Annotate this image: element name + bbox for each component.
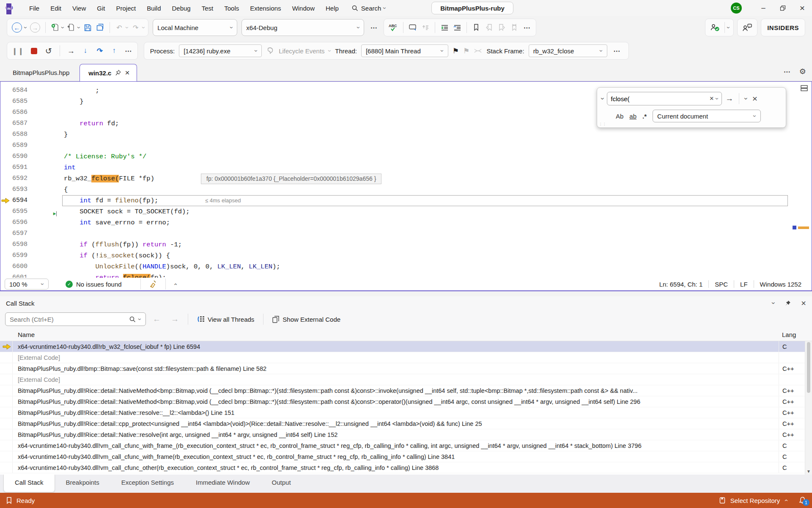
undo-button[interactable]: ↶ [114, 21, 125, 34]
find-scope-dropdown[interactable]: Current document › [653, 110, 761, 122]
selection-margin[interactable] [36, 118, 64, 129]
code-line-6598[interactable]: 6598 if (fflush(fp)) return -1; [0, 239, 812, 250]
chevron-down-icon[interactable]: › [727, 27, 731, 29]
column-lang[interactable]: Lang [779, 331, 805, 338]
eol-mode[interactable]: LF [734, 281, 754, 288]
lifecycle-events-label[interactable]: Lifecycle Events [279, 47, 324, 55]
stack-frame-row[interactable]: x64-vcruntime140-ruby340.dll!rb_w32_fclo… [0, 341, 812, 352]
breakpoint-gutter[interactable] [0, 118, 12, 129]
selection-margin[interactable] [36, 184, 64, 195]
expand-statusbar-chevron-icon[interactable]: › [171, 283, 178, 285]
stack-frame-row[interactable]: BitmapPlusPlus_ruby.dll!Rice::detail::cp… [0, 418, 812, 429]
document-overflow-button[interactable]: ⋯ [784, 68, 791, 76]
breakpoint-gutter[interactable] [0, 206, 12, 217]
pause-button[interactable]: ❙❙ [11, 44, 25, 58]
zoom-dropdown[interactable]: 100 % › [5, 279, 49, 290]
debug-overflow-button[interactable]: ⋯ [123, 44, 134, 58]
frame-forward-button[interactable]: → [167, 315, 182, 324]
breakpoint-gutter[interactable] [0, 151, 12, 162]
stack-frame-row[interactable]: x64-vcruntime140-ruby340.dll!vm_call_cfu… [0, 462, 812, 473]
code-line-6594[interactable]: 6594 int fd = fileno(fp);≤ 4ms elapsed [0, 195, 812, 206]
whole-word-toggle[interactable]: ab [629, 113, 636, 120]
stack-frame-row[interactable]: BitmapPlusPlus_ruby.dll!bmp::Bitmap::sav… [0, 363, 812, 374]
spell-check-button[interactable]: ABC [387, 21, 399, 34]
flag-outline-icon[interactable]: ⚑ [463, 47, 469, 55]
toggle-threads-icon[interactable] [474, 47, 482, 54]
breakpoint-gutter[interactable] [0, 162, 12, 173]
selection-margin[interactable] [36, 140, 64, 151]
close-panel-icon[interactable]: × [801, 298, 806, 308]
view-all-threads-button[interactable]: View all Threads [194, 314, 258, 325]
selection-margin[interactable] [36, 195, 64, 206]
menu-extensions[interactable]: Extensions [244, 0, 286, 16]
stop-button[interactable] [29, 44, 40, 58]
next-bookmark-button[interactable] [496, 21, 507, 34]
callstack-search-box[interactable]: › [5, 312, 146, 326]
chevron-down-icon[interactable]: › [77, 27, 82, 29]
selection-margin[interactable] [36, 107, 64, 118]
flag-threads-icon[interactable]: ⚑ [453, 47, 459, 55]
code-line-6599[interactable]: 6599 if (!is_socket(sock)) { [0, 250, 812, 261]
navigate-back-button[interactable]: ← [11, 21, 23, 34]
chevron-down-icon[interactable]: › [138, 318, 143, 320]
window-title[interactable]: BitmapPlusPlus-ruby [431, 2, 513, 14]
find-input[interactable]: × › [607, 92, 722, 105]
breakpoint-gutter[interactable] [0, 228, 12, 239]
health-indicator[interactable]: ✓ No issues found [66, 281, 122, 288]
callstack-search-input[interactable] [10, 316, 126, 323]
breakpoint-gutter[interactable] [0, 173, 12, 184]
editor-settings-gear-icon[interactable]: ⚙ [799, 67, 806, 76]
new-file-button[interactable] [49, 21, 60, 34]
text-toolbar-overflow-button[interactable]: ⋯ [521, 21, 532, 34]
send-feedback-button[interactable] [741, 21, 754, 34]
target-machine-dropdown[interactable]: Local Machine › [153, 19, 237, 36]
menu-file[interactable]: File [24, 0, 45, 16]
account-avatar[interactable]: CS [731, 3, 742, 14]
redo-button[interactable]: ↷ [130, 21, 141, 34]
process-dropdown[interactable]: [14236] ruby.exe › [179, 44, 262, 57]
select-repository-button[interactable]: Select Repository [730, 497, 780, 504]
step-over-button[interactable]: ↷ [94, 44, 105, 58]
selection-margin[interactable] [36, 228, 64, 239]
selection-margin[interactable] [36, 85, 64, 96]
data-tip[interactable]: fp: 0x000001b60fe1a370 {_Placeholder=0x0… [201, 174, 381, 184]
panel-position-chevron-icon[interactable]: › [771, 302, 776, 304]
code-line-6597[interactable]: 6597 [0, 228, 812, 239]
find-expand-chevron-icon[interactable]: › [601, 97, 605, 99]
save-button[interactable] [82, 21, 93, 34]
menu-project[interactable]: Project [110, 0, 141, 16]
menu-build[interactable]: Build [141, 0, 166, 16]
code-line-6591[interactable]: 6591int [0, 162, 812, 173]
panel-tab-immediate-window[interactable]: Immediate Window [185, 475, 261, 490]
breakpoint-gutter[interactable] [0, 107, 12, 118]
open-file-button[interactable] [66, 21, 77, 34]
code-line-6588[interactable]: 6588} [0, 129, 812, 140]
code-line-6593[interactable]: 6593{ [0, 184, 812, 195]
toggle-bookmark-button[interactable] [471, 21, 482, 34]
panel-tab-call-stack[interactable]: Call Stack [3, 475, 55, 492]
toolbar-overflow-button[interactable]: ⋯ [368, 21, 379, 34]
panel-tab-exception-settings[interactable]: Exception Settings [110, 475, 185, 490]
previous-bookmark-button[interactable] [483, 21, 494, 34]
stack-frame-row[interactable]: [External Code] [0, 374, 812, 385]
chevron-down-icon[interactable]: › [328, 50, 332, 52]
notifications-button[interactable]: 1 [799, 497, 806, 504]
selection-margin[interactable] [36, 129, 64, 140]
menu-edit[interactable]: Edit [45, 0, 67, 16]
minimize-button[interactable]: – [754, 0, 773, 16]
code-line-6589[interactable]: 6589 [0, 140, 812, 151]
breakpoint-gutter[interactable] [0, 140, 12, 151]
stack-frame-row[interactable]: BitmapPlusPlus_ruby.dll!Rice::detail::Na… [0, 429, 812, 440]
thread-dropdown[interactable]: [6880] Main Thread › [361, 44, 448, 57]
split-window-button[interactable] [801, 85, 808, 91]
breakpoint-gutter[interactable] [0, 217, 12, 228]
menu-window[interactable]: Window [287, 0, 320, 16]
toggle-comment-button[interactable] [407, 21, 418, 34]
caret-position[interactable]: Ln: 6594, Ch: 1 [653, 281, 709, 288]
code-line-6595[interactable]: 6595▶ SOCKET sock = TO_SOCKET(fd); [0, 206, 812, 217]
menu-test[interactable]: Test [196, 0, 219, 16]
selection-margin[interactable] [36, 217, 64, 228]
stack-frame-row[interactable]: BitmapPlusPlus_ruby.dll!Rice::detail::Na… [0, 407, 812, 418]
resize-grip[interactable]: ⋮⋮ [599, 122, 606, 126]
format-document-button[interactable] [420, 21, 431, 34]
